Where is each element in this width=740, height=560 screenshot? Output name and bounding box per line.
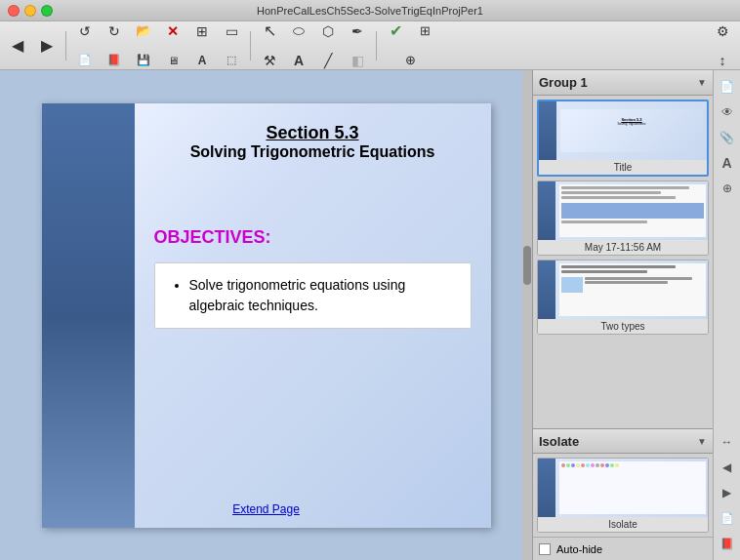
slide-content: Section 5.3 Solving Trigonometric Equati… bbox=[135, 103, 491, 528]
minimize-button[interactable] bbox=[24, 5, 36, 17]
isolate-dropdown-arrow[interactable]: ▼ bbox=[697, 436, 707, 447]
thumb-blue-bar-2 bbox=[538, 181, 555, 240]
slide-bullet-item: Solve trigonometric equations using alge… bbox=[189, 275, 456, 316]
toolbar-group-2: ↖ ⬭ ⬡ ✒ ⚒ A ╱ ◧ bbox=[256, 18, 371, 74]
main-area: Section 5.3 Solving Trigonometric Equati… bbox=[0, 70, 740, 560]
thumb2-img-block bbox=[561, 203, 704, 219]
scroll-thumb[interactable] bbox=[523, 246, 531, 285]
separator-2 bbox=[250, 31, 251, 60]
thumb-label-3: Two types bbox=[538, 319, 708, 334]
thumb-img-2: 2 bbox=[538, 181, 708, 240]
group-header: Group 1 ▼ bbox=[533, 70, 713, 96]
double-arrow-icon-button[interactable]: ↔ bbox=[717, 431, 738, 453]
extend-page-link[interactable]: Extend Page bbox=[232, 502, 300, 516]
thumb4-dots bbox=[559, 461, 706, 469]
thumb-item-2[interactable]: 2 May 17-11:56 AM bbox=[537, 180, 709, 256]
eye-icon-button[interactable]: 👁 bbox=[717, 101, 738, 123]
thumb-item-1[interactable]: 1 Section 5.3 Solving Trigonometric Titl… bbox=[537, 100, 709, 177]
puzzle-icon-button[interactable]: ⊕ bbox=[717, 178, 738, 199]
maximize-button[interactable] bbox=[41, 5, 53, 17]
forward-button[interactable]: ▶ bbox=[33, 32, 61, 60]
thumb-img-1: 1 Section 5.3 Solving Trigonometric bbox=[539, 101, 707, 160]
auto-hide-row: Auto-hide bbox=[533, 537, 713, 560]
icon-bar: 📄 👁 📎 A ⊕ ↔ ◀ ▶ 📄 📕 bbox=[713, 70, 740, 560]
separator-3 bbox=[376, 31, 377, 60]
toolbar-group-1: ↺ ↻ 📂 ✕ ⊞ ▭ 📄 📕 💾 🖥 A ⬚ bbox=[71, 18, 245, 74]
thumb-img-3: 3 bbox=[538, 260, 708, 319]
slide-title: Section 5.3 Solving Trigonometric Equati… bbox=[154, 123, 472, 161]
toolbar: ◀ ▶ ↺ ↻ 📂 ✕ ⊞ ▭ 📄 📕 💾 🖥 A ⬚ ↖ ⬭ ⬡ ✒ bbox=[0, 21, 740, 70]
thumb-label-4: Isolate bbox=[538, 517, 708, 532]
left-nav-icon-button[interactable]: ◀ bbox=[717, 457, 738, 478]
pdf-icon-button[interactable]: 📕 bbox=[717, 533, 738, 554]
thumb-blue-bar-4 bbox=[538, 459, 555, 517]
group-label: Group 1 bbox=[539, 75, 588, 90]
close-button[interactable] bbox=[8, 5, 20, 17]
isolate-thumb-container: 4 bbox=[533, 454, 713, 537]
slide: Section 5.3 Solving Trigonometric Equati… bbox=[42, 103, 491, 528]
traffic-lights bbox=[8, 5, 53, 17]
title-bar: HonPreCalLesCh5Sec3-SolveTrigEqInProjPer… bbox=[0, 0, 740, 21]
thumb-blue-bar-1 bbox=[539, 101, 556, 160]
slide-bullet-list: Solve trigonometric equations using alge… bbox=[170, 275, 456, 316]
slide-area: Section 5.3 Solving Trigonometric Equati… bbox=[0, 70, 532, 560]
isolate-label: Isolate bbox=[539, 434, 579, 449]
thumb3-lines bbox=[559, 263, 706, 295]
separator-1 bbox=[65, 31, 66, 60]
toolbar-group-right: ⚙ ↕ bbox=[709, 18, 736, 74]
thumbnail-container: 1 Section 5.3 Solving Trigonometric Titl… bbox=[533, 96, 713, 428]
right-nav-icon-button[interactable]: ▶ bbox=[717, 482, 738, 503]
font-a-icon-button[interactable]: A bbox=[717, 152, 738, 174]
thumb-label-1: Title bbox=[539, 160, 707, 175]
thumb-blue-bar-3 bbox=[538, 260, 555, 319]
isolate-header: Isolate ▼ bbox=[533, 428, 713, 454]
slide-left-bar bbox=[42, 103, 135, 528]
thumb-label-2: May 17-11:56 AM bbox=[538, 240, 708, 255]
group-dropdown-arrow[interactable]: ▼ bbox=[697, 77, 707, 88]
thumb2-lines bbox=[559, 184, 706, 225]
thumb-img-4: 4 bbox=[538, 459, 708, 517]
slide-objectives: OBJECTIVES: bbox=[154, 227, 472, 248]
auto-hide-label: Auto-hide bbox=[556, 543, 602, 555]
slide-title-sub: Solving Trigonometric Equations bbox=[154, 143, 472, 161]
thumb-item-3[interactable]: 3 bbox=[537, 260, 709, 335]
window-title: HonPreCalLesCh5Sec3-SolveTrigEqInProjPer… bbox=[257, 5, 483, 17]
slide-title-main: Section 5.3 bbox=[154, 123, 472, 143]
auto-hide-checkbox[interactable] bbox=[539, 543, 551, 555]
thumb-item-4[interactable]: 4 bbox=[537, 458, 709, 533]
page-icon-button[interactable]: 📄 bbox=[717, 76, 738, 98]
back-button[interactable]: ◀ bbox=[4, 32, 31, 60]
toolbar-group-3: ✔ ⊞ ⊕ bbox=[382, 18, 438, 74]
scroll-track[interactable] bbox=[522, 70, 532, 560]
right-side-panel: Group 1 ▼ 1 Section 5.3 Solving Trigonom… bbox=[532, 70, 713, 560]
slide-bullet-box: Solve trigonometric equations using alge… bbox=[154, 262, 472, 329]
new-page-icon-button[interactable]: 📄 bbox=[717, 507, 738, 529]
clip-icon-button[interactable]: 📎 bbox=[717, 127, 738, 148]
